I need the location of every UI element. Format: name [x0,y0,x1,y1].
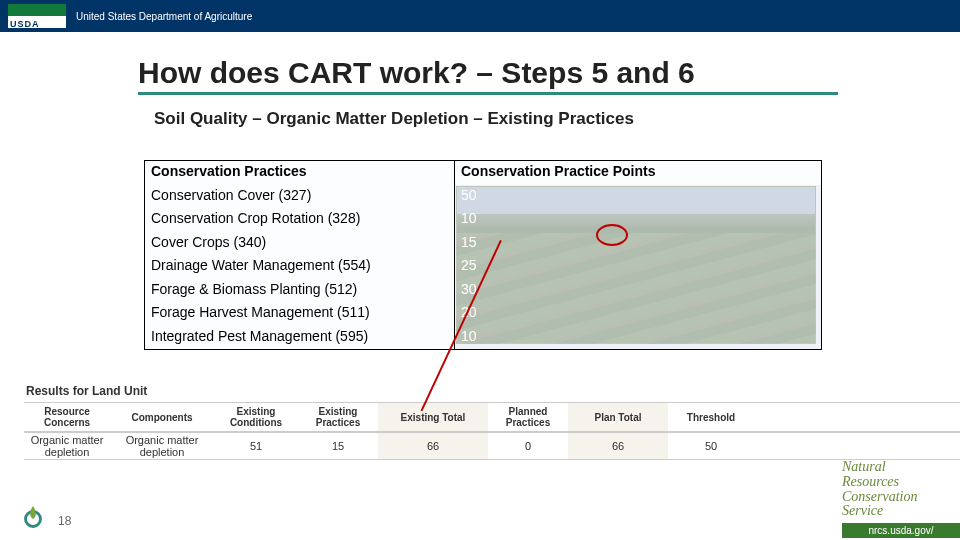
practice-name: Forage & Biomass Planting (512) [145,279,455,303]
dept-name: United States Department of Agriculture [76,11,252,22]
nrcs-logo-icon [18,504,48,534]
table-row: Forage & Biomass Planting (512) 30 [145,279,821,303]
practice-name: Conservation Crop Rotation (328) [145,208,455,232]
val-plan-total: 66 [568,433,668,459]
title-block: How does CART work? – Steps 5 and 6 [138,56,838,95]
val-threshold: 50 [668,433,754,459]
slide-number: 18 [58,514,71,528]
highlight-circle-icon [596,224,628,246]
val-existing-practices: 15 [298,433,378,459]
table-row: Integrated Pest Management (595) 10 [145,326,821,350]
practices-table: Conservation Practices Conservation Prac… [144,160,822,350]
val-components: Organic matter depletion [110,433,214,459]
col-header-practices: Conservation Practices [145,161,455,185]
col-plan-total: Plan Total [568,403,668,431]
nrcs-text: Natural Resources Conservation Service [842,460,917,519]
col-planned: Planned Practices [488,403,568,431]
usda-logo-text: USDA [10,19,40,29]
nrcs-line: Conservation [842,489,917,504]
results-block: Results for Land Unit Resource Concerns … [24,384,960,460]
col-existing-total: Existing Total [378,403,488,431]
content-area: Conservation Practices Conservation Prac… [144,160,824,350]
practice-points: 50 [455,185,821,209]
practice-name: Integrated Pest Management (595) [145,326,455,350]
usda-header: USDA United States Department of Agricul… [0,0,960,32]
practice-name: Forage Harvest Management (511) [145,302,455,326]
val-resource: Organic matter depletion [24,433,110,459]
practice-points: 25 [455,255,821,279]
nrcs-line: Natural [842,459,886,474]
col-components: Components [110,403,214,431]
table-row: Cover Crops (340) 15 [145,232,821,256]
practice-name: Conservation Cover (327) [145,185,455,209]
table-row: Conservation Crop Rotation (328) 10 [145,208,821,232]
practice-name: Cover Crops (340) [145,232,455,256]
col-existing-conditions: Existing Conditions [214,403,298,431]
col-existing-practices: Existing Practices [298,403,378,431]
table-row: Forage Harvest Management (511) 20 [145,302,821,326]
table-row: Conservation Cover (327) 50 [145,185,821,209]
practice-points: 20 [455,302,821,326]
val-existing-total: 66 [378,433,488,459]
val-existing-conditions: 51 [214,433,298,459]
table-header-row: Conservation Practices Conservation Prac… [145,161,821,185]
nrcs-brand: Natural Resources Conservation Service n… [834,420,960,540]
practice-points: 10 [455,208,821,232]
col-resource: Resource Concerns [24,403,110,431]
slide-subtitle: Soil Quality – Organic Matter Depletion … [154,109,960,129]
usda-logo: USDA [8,4,66,28]
results-title: Results for Land Unit [26,384,960,398]
practice-name: Drainage Water Management (554) [145,255,455,279]
nrcs-line: Resources [842,474,899,489]
results-data-row: Organic matter depletion Organic matter … [24,432,960,460]
slide-title: How does CART work? – Steps 5 and 6 [138,56,838,95]
nrcs-line: Service [842,503,883,518]
col-header-points: Conservation Practice Points [455,161,821,185]
nrcs-url[interactable]: nrcs.usda.gov/ [842,523,960,538]
col-threshold: Threshold [668,403,754,431]
practice-points: 15 [455,232,821,256]
practice-points: 30 [455,279,821,303]
results-header-row: Resource Concerns Components Existing Co… [24,402,960,432]
practice-points: 10 [455,326,821,350]
val-planned: 0 [488,433,568,459]
